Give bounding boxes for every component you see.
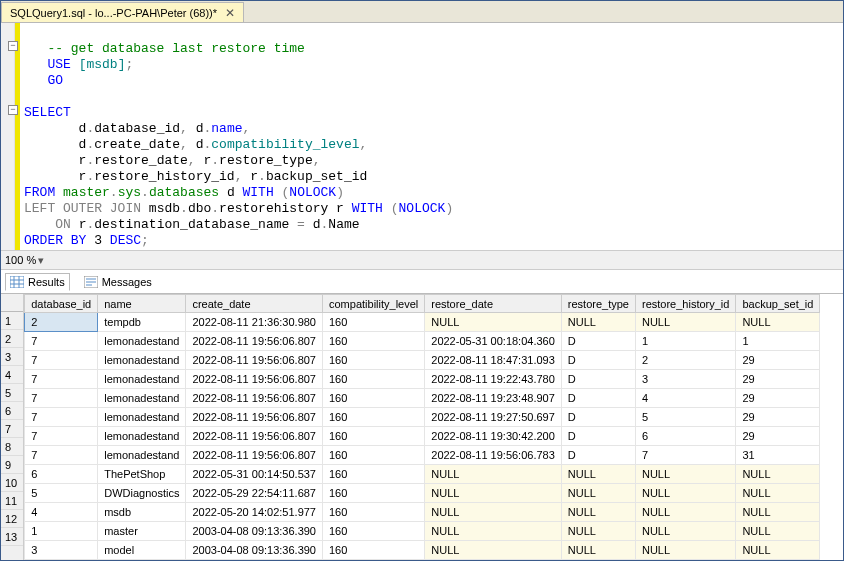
cell[interactable]: 160 (323, 522, 425, 541)
cell[interactable]: 2022-08-11 19:56:06.783 (425, 446, 562, 465)
column-header[interactable]: backup_set_id (736, 295, 820, 313)
row-number[interactable]: 6 (1, 402, 23, 420)
cell[interactable]: 2022-08-11 19:56:06.807 (186, 408, 323, 427)
cell[interactable]: DWDiagnostics (98, 484, 186, 503)
column-header[interactable]: restore_history_id (635, 295, 735, 313)
cell[interactable]: tempdb (98, 313, 186, 332)
row-number[interactable]: 7 (1, 420, 23, 438)
cell[interactable]: 6 (635, 427, 735, 446)
cell[interactable]: NULL (736, 465, 820, 484)
row-number[interactable]: 5 (1, 384, 23, 402)
cell[interactable]: NULL (736, 313, 820, 332)
table-row[interactable]: 7lemonadestand2022-08-11 19:56:06.807160… (25, 446, 820, 465)
cell[interactable]: 7 (635, 446, 735, 465)
cell[interactable]: NULL (635, 541, 735, 560)
cell[interactable]: 4 (25, 503, 98, 522)
cell[interactable]: 2022-05-31 00:18:04.360 (425, 332, 562, 351)
cell[interactable]: 1 (635, 332, 735, 351)
cell[interactable]: lemonadestand (98, 370, 186, 389)
column-header[interactable]: database_id (25, 295, 98, 313)
cell[interactable]: NULL (561, 541, 635, 560)
table-row[interactable]: 6ThePetShop2022-05-31 00:14:50.537160NUL… (25, 465, 820, 484)
column-header[interactable]: compatibility_level (323, 295, 425, 313)
cell[interactable]: NULL (635, 313, 735, 332)
cell[interactable]: 2022-08-11 19:56:06.807 (186, 446, 323, 465)
cell[interactable]: 29 (736, 370, 820, 389)
cell[interactable]: 160 (323, 503, 425, 522)
table-row[interactable]: 7lemonadestand2022-08-11 19:56:06.807160… (25, 408, 820, 427)
cell[interactable]: 2022-08-11 19:56:06.807 (186, 351, 323, 370)
table-row[interactable]: 3model2003-04-08 09:13:36.390160NULLNULL… (25, 541, 820, 560)
cell[interactable]: 160 (323, 351, 425, 370)
cell[interactable]: D (561, 370, 635, 389)
cell[interactable]: 160 (323, 427, 425, 446)
cell[interactable]: 7 (25, 370, 98, 389)
cell[interactable]: NULL (425, 313, 562, 332)
cell[interactable]: 29 (736, 408, 820, 427)
cell[interactable]: 2022-08-11 19:56:06.807 (186, 427, 323, 446)
cell[interactable]: 2022-08-11 19:56:06.807 (186, 332, 323, 351)
close-icon[interactable]: ✕ (223, 6, 237, 20)
cell[interactable]: NULL (561, 522, 635, 541)
table-row[interactable]: 5DWDiagnostics2022-05-29 22:54:11.687160… (25, 484, 820, 503)
cell[interactable]: 7 (25, 446, 98, 465)
cell[interactable]: D (561, 408, 635, 427)
cell[interactable]: 2022-08-11 19:23:48.907 (425, 389, 562, 408)
table-row[interactable]: 7lemonadestand2022-08-11 19:56:06.807160… (25, 332, 820, 351)
table-row[interactable]: 7lemonadestand2022-08-11 19:56:06.807160… (25, 370, 820, 389)
cell[interactable]: 2022-05-31 00:14:50.537 (186, 465, 323, 484)
column-header[interactable]: name (98, 295, 186, 313)
tab-results[interactable]: Results (5, 273, 70, 291)
row-number[interactable]: 1 (1, 312, 23, 330)
cell[interactable]: 2022-08-11 19:22:43.780 (425, 370, 562, 389)
code-content[interactable]: − -- get database last restore time USE … (20, 23, 843, 250)
cell[interactable]: 2022-08-11 19:56:06.807 (186, 389, 323, 408)
cell[interactable]: 160 (323, 408, 425, 427)
cell[interactable]: 2022-08-11 18:47:31.093 (425, 351, 562, 370)
table-row[interactable]: 7lemonadestand2022-08-11 19:56:06.807160… (25, 351, 820, 370)
cell[interactable]: 31 (736, 446, 820, 465)
cell[interactable]: 1 (25, 522, 98, 541)
cell[interactable]: 160 (323, 541, 425, 560)
row-number[interactable]: 9 (1, 456, 23, 474)
row-number[interactable]: 4 (1, 366, 23, 384)
cell[interactable]: NULL (561, 313, 635, 332)
cell[interactable]: 160 (323, 484, 425, 503)
cell[interactable]: D (561, 332, 635, 351)
cell[interactable]: 7 (25, 427, 98, 446)
row-number[interactable]: 10 (1, 474, 23, 492)
row-number[interactable]: 13 (1, 528, 23, 546)
cell[interactable]: 6 (25, 465, 98, 484)
cell[interactable]: 160 (323, 446, 425, 465)
cell[interactable]: NULL (736, 522, 820, 541)
cell[interactable]: 7 (25, 332, 98, 351)
cell[interactable]: 160 (323, 465, 425, 484)
row-number[interactable]: 8 (1, 438, 23, 456)
cell[interactable]: 2 (25, 313, 98, 332)
cell[interactable]: NULL (561, 465, 635, 484)
table-row[interactable]: 7lemonadestand2022-08-11 19:56:06.807160… (25, 427, 820, 446)
cell[interactable]: D (561, 389, 635, 408)
cell[interactable]: 2022-05-20 14:02:51.977 (186, 503, 323, 522)
cell[interactable]: 1 (736, 332, 820, 351)
cell[interactable]: NULL (736, 503, 820, 522)
cell[interactable]: 160 (323, 370, 425, 389)
cell[interactable]: 29 (736, 427, 820, 446)
cell[interactable]: msdb (98, 503, 186, 522)
cell[interactable]: 2 (635, 351, 735, 370)
cell[interactable]: NULL (736, 541, 820, 560)
cell[interactable]: D (561, 351, 635, 370)
sql-editor[interactable]: − -- get database last restore time USE … (1, 23, 843, 250)
cell[interactable]: master (98, 522, 186, 541)
cell[interactable]: NULL (635, 465, 735, 484)
cell[interactable]: 160 (323, 389, 425, 408)
row-number[interactable]: 11 (1, 492, 23, 510)
cell[interactable]: NULL (635, 503, 735, 522)
cell[interactable]: NULL (736, 484, 820, 503)
collapse-icon[interactable]: − (8, 105, 18, 115)
cell[interactable]: 3 (635, 370, 735, 389)
cell[interactable]: NULL (425, 465, 562, 484)
row-number[interactable]: 2 (1, 330, 23, 348)
cell[interactable]: lemonadestand (98, 332, 186, 351)
cell[interactable]: NULL (561, 503, 635, 522)
